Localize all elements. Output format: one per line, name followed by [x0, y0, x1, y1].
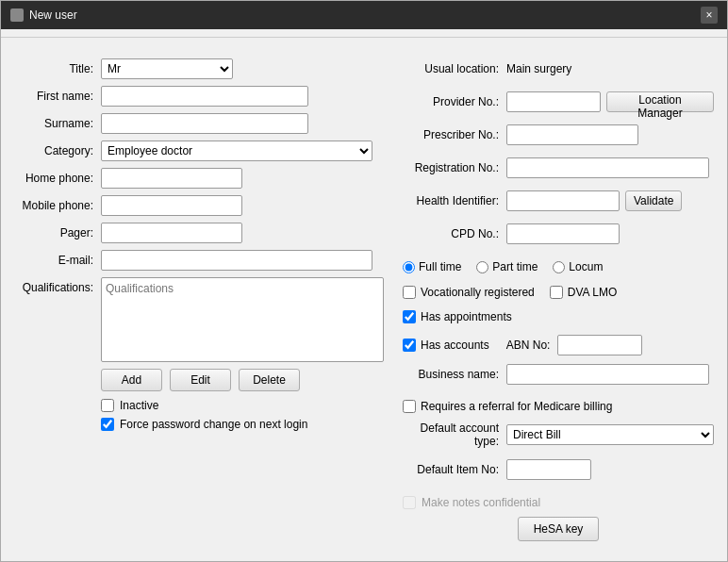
prescriber-no-label: Prescriber No.: [403, 128, 506, 141]
dva-lmo-label: DVA LMO [568, 286, 617, 299]
parttime-radio[interactable] [476, 261, 488, 273]
surname-label: Surname: [16, 117, 101, 130]
mobilephone-label: Mobile phone: [16, 199, 101, 212]
bottom-buttons: Save Cancel [487, 556, 629, 561]
usual-location-value: Main surgery [506, 59, 571, 78]
qualifications-textarea[interactable] [101, 277, 384, 362]
cpd-no-row: CPD No.: [403, 223, 714, 244]
pager-label: Pager: [16, 226, 101, 240]
cpd-no-input[interactable] [506, 223, 620, 244]
location-manager-button[interactable]: Location Manager [606, 91, 714, 112]
new-user-window: New user × Title: Mr First name: [0, 0, 728, 562]
validate-button[interactable]: Validate [625, 190, 682, 211]
qualifications-row: Qualifications: [16, 277, 384, 362]
hesa-key-button[interactable]: HeSA key [518, 517, 600, 541]
has-accounts-checkbox[interactable] [403, 339, 416, 352]
default-item-no-input[interactable] [506, 459, 591, 480]
title-label: Title: [16, 62, 101, 75]
add-button[interactable]: Add [101, 369, 162, 391]
has-accounts-row: Has accounts ABN No: [403, 335, 714, 355]
vocationally-registered-checkbox[interactable] [403, 286, 416, 299]
delete-button[interactable]: Delete [239, 369, 300, 391]
cpd-no-label: CPD No.: [403, 227, 506, 240]
locum-option: Locum [553, 260, 603, 273]
force-password-row: Force password change on next login [101, 418, 384, 431]
pager-input[interactable] [101, 223, 242, 243]
default-account-type-row: Default account type: Direct Bill Medica… [403, 422, 714, 448]
form-content: Title: Mr First name: Surname: [1, 45, 727, 561]
title-bar: New user × [1, 1, 727, 29]
make-notes-label: Make notes confidential [422, 496, 540, 509]
firstname-input[interactable] [101, 86, 308, 107]
usual-location-row: Usual location: Main surgery [403, 58, 714, 79]
health-identifier-row: Health Identifier: Validate [403, 190, 714, 211]
close-button[interactable]: × [701, 7, 718, 24]
parttime-option: Part time [476, 260, 538, 273]
inactive-checkbox[interactable] [101, 399, 114, 412]
vocationally-registered-label: Vocationally registered [421, 286, 535, 299]
voc-dva-row: Vocationally registered DVA LMO [403, 286, 714, 299]
parttime-label: Part time [492, 260, 538, 273]
inactive-row: Inactive [101, 399, 384, 412]
title-select[interactable]: Mr [101, 58, 233, 79]
window-icon [10, 8, 24, 22]
provider-no-row: Provider No.: Location Manager [403, 91, 714, 112]
requires-referral-group: Requires a referral for Medicare billing [403, 400, 612, 413]
requires-referral-label: Requires a referral for Medicare billing [421, 400, 612, 413]
category-select[interactable]: Employee doctor [101, 140, 372, 161]
homephone-label: Home phone: [16, 172, 101, 185]
edit-button[interactable]: Edit [170, 369, 231, 391]
health-identifier-input[interactable] [506, 190, 620, 211]
has-appointments-group: Has appointments [403, 310, 512, 323]
abn-label: ABN No: [506, 339, 551, 352]
dva-lmo-group: DVA LMO [550, 286, 617, 299]
category-label: Category: [16, 144, 101, 157]
mobilephone-input[interactable] [101, 195, 242, 216]
business-name-input[interactable] [506, 364, 709, 385]
right-section: Usual location: Main surgery Provider No… [403, 58, 714, 509]
has-appointments-label: Has appointments [421, 310, 512, 323]
usual-location-label: Usual location: [403, 62, 506, 75]
homephone-row: Home phone: [16, 168, 384, 189]
abn-input[interactable] [557, 335, 642, 355]
dva-lmo-checkbox[interactable] [550, 286, 563, 299]
title-bar-left: New user [10, 8, 77, 22]
homephone-input[interactable] [101, 168, 242, 189]
surname-row: Surname: [16, 113, 384, 134]
business-name-row: Business name: [403, 364, 714, 385]
registration-no-row: Registration No.: [403, 157, 714, 178]
locum-label: Locum [569, 260, 603, 273]
fulltime-label: Full time [419, 260, 461, 273]
locum-radio[interactable] [553, 261, 565, 273]
firstname-label: First name: [16, 90, 101, 103]
surname-input[interactable] [101, 113, 308, 134]
provider-no-input[interactable] [506, 91, 601, 112]
has-accounts-label: Has accounts [421, 339, 489, 352]
title-divider [1, 37, 727, 38]
provider-no-label: Provider No.: [403, 95, 506, 108]
email-input[interactable] [101, 250, 372, 271]
default-account-type-select[interactable]: Direct Bill Medicare Only Patient DVA [506, 424, 714, 445]
registration-no-input[interactable] [506, 157, 709, 178]
email-row: E-mail: [16, 250, 384, 271]
requires-referral-row: Requires a referral for Medicare billing [403, 400, 714, 413]
fulltime-radio[interactable] [403, 261, 415, 273]
force-password-checkbox[interactable] [101, 418, 114, 431]
email-label: E-mail: [16, 254, 101, 267]
inactive-label: Inactive [120, 399, 158, 412]
mobilephone-row: Mobile phone: [16, 195, 384, 216]
registration-no-label: Registration No.: [403, 161, 506, 174]
prescriber-no-row: Prescriber No.: [403, 124, 714, 145]
default-item-no-row: Default Item No: [403, 459, 714, 480]
prescriber-no-input[interactable] [506, 124, 638, 145]
has-appointments-checkbox[interactable] [403, 310, 416, 323]
make-notes-row: Make notes confidential [403, 496, 714, 509]
make-notes-checkbox[interactable] [403, 496, 416, 509]
qualifications-label: Qualifications: [16, 277, 101, 362]
left-column: Title: Mr First name: Surname: [16, 58, 384, 561]
requires-referral-checkbox[interactable] [403, 400, 416, 413]
window-title: New user [29, 8, 77, 22]
action-buttons: Add Edit Delete [101, 369, 384, 391]
default-item-no-label: Default Item No: [403, 463, 506, 476]
force-password-label: Force password change on next login [120, 418, 307, 431]
